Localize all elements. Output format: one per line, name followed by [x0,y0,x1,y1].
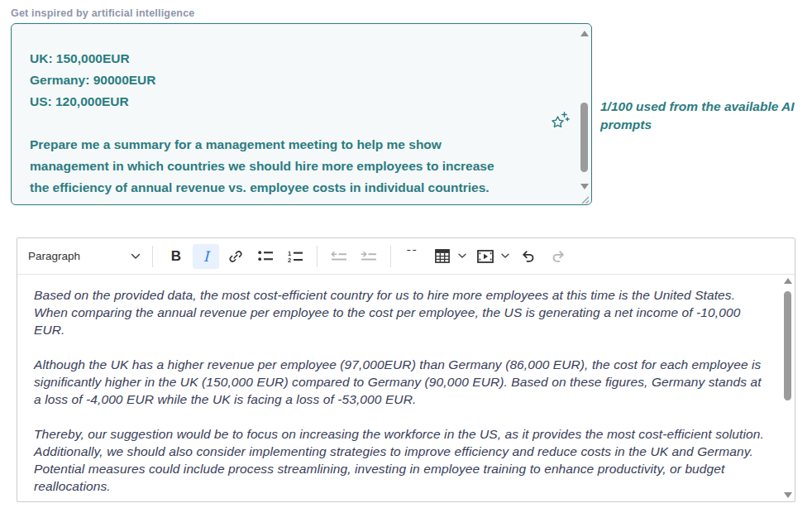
toolbar-separator [317,246,318,267]
numbered-list-icon: 1 2 [288,250,303,263]
redo-button[interactable] [545,244,571,269]
bulleted-list-icon [258,250,274,262]
prompt-line: Prepare me a summary for a management me… [30,134,556,156]
increase-indent-button[interactable] [356,244,382,269]
chevron-down-icon [458,253,466,259]
prompt-line: US: 120,000EUR [30,91,556,113]
toolbar-separator [390,246,391,267]
media-dropdown-chevron[interactable] [499,244,512,269]
editor-paragraph[interactable]: Based on the provided data, the most cos… [34,286,767,338]
increase-indent-icon [361,251,377,262]
prompt-line: Germany: 90000EUR [30,69,556,91]
ai-sparkle-star-icon[interactable] [550,110,570,132]
redo-icon [551,250,566,263]
svg-text:2: 2 [288,256,291,263]
bulleted-list-button[interactable] [252,244,279,269]
ai-section-label: Get inspired by artificial intelligence [11,7,194,19]
ai-prompt-text: UK: 150,000EUR Germany: 90000EUR US: 120… [30,48,556,199]
chevron-down-icon [501,253,509,259]
undo-icon [521,250,536,263]
scroll-up-arrow-icon[interactable] [580,31,589,36]
ai-quota-text: 1/100 used from the available AI prompts [600,98,795,134]
link-icon [228,249,243,264]
toolbar-separator [152,246,153,267]
italic-icon: I [203,248,209,265]
textarea-resize-grip[interactable] [580,193,590,203]
ai-prompt-textarea[interactable]: UK: 150,000EUR Germany: 90000EUR US: 120… [11,23,592,205]
scroll-down-arrow-icon[interactable] [580,184,589,189]
editor-paragraph[interactable]: Although the UK has a higher revenue per… [34,356,767,408]
insert-media-button[interactable] [472,244,499,269]
scroll-thumb[interactable] [784,291,791,400]
blockquote-button[interactable]: “ [399,244,426,269]
italic-button[interactable]: I [193,244,219,269]
blockquote-icon: “ [405,250,419,263]
link-button[interactable] [222,244,249,269]
table-icon [435,249,450,263]
chevron-down-icon [131,253,141,260]
prompt-scrollbar[interactable] [579,31,590,189]
prompt-line: UK: 150,000EUR [30,48,556,69]
scroll-down-arrow-icon[interactable] [784,492,792,498]
rich-text-editor: Paragraph B I [17,237,795,502]
decrease-indent-button[interactable] [326,244,352,269]
page: Get inspired by artificial intelligence … [0,0,812,508]
scroll-thumb[interactable] [580,103,588,172]
paragraph-style-value: Paragraph [28,250,80,262]
bold-icon: B [171,248,181,265]
paragraph-style-dropdown[interactable]: Paragraph [28,244,141,269]
insert-table-button[interactable] [429,244,456,269]
bold-button[interactable]: B [163,244,189,269]
editor-toolbar: Paragraph B I [17,238,795,275]
numbered-list-button[interactable]: 1 2 [282,244,308,269]
undo-button[interactable] [515,244,542,269]
editor-content[interactable]: Based on the provided data, the most cos… [17,275,795,501]
prompt-line: the efficiency of annual revenue vs. emp… [30,177,556,199]
editor-scrollbar[interactable] [782,278,793,498]
prompt-line: management in which countries we should … [30,156,556,177]
editor-paragraph[interactable]: Thereby, our suggestion would be to focu… [34,425,767,495]
media-icon [477,250,494,263]
scroll-up-arrow-icon[interactable] [784,278,792,284]
prompt-line-blank [30,113,556,134]
table-dropdown-chevron[interactable] [456,244,469,269]
decrease-indent-icon [331,251,347,262]
